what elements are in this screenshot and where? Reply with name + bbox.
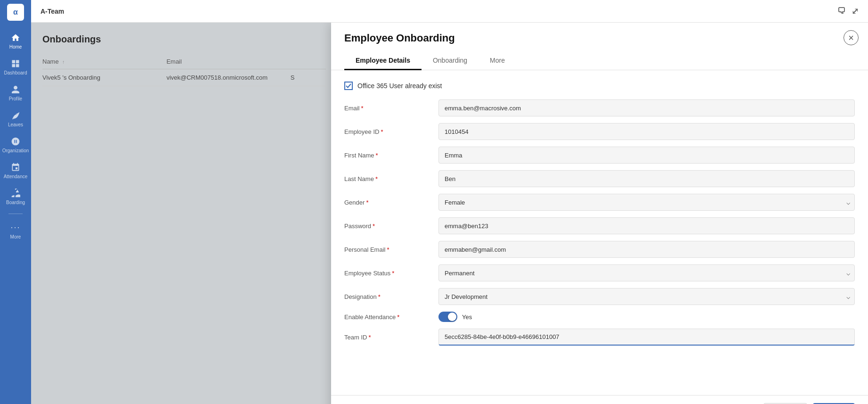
office365-checkbox[interactable]	[344, 82, 353, 90]
label-enable-attendance: Enable Attendance*	[344, 313, 438, 321]
sidebar-item-profile-label: Profile	[9, 96, 22, 101]
sidebar-item-organization[interactable]: Organization	[0, 132, 31, 158]
first-name-input[interactable]	[438, 147, 855, 164]
modal-body: Office 365 User already exist Email* Emp…	[331, 70, 868, 395]
label-personal-email: Personal Email*	[344, 246, 438, 253]
sidebar-item-more[interactable]: ··· More	[0, 218, 31, 244]
modal-tabs: Employee Details Onboarding More	[344, 52, 855, 70]
label-employee-status: Employee Status*	[344, 270, 438, 277]
sidebar-item-organization-label: Organization	[2, 148, 29, 153]
employee-onboarding-modal: Employee Onboarding × Employee Details O…	[331, 23, 868, 404]
modal-header: Employee Onboarding × Employee Details O…	[331, 23, 868, 70]
sidebar-item-leaves-label: Leaves	[8, 122, 23, 127]
sidebar-item-profile[interactable]: Profile	[0, 80, 31, 106]
topbar-actions: 🗨 ⤢	[837, 6, 859, 16]
form-row-designation: Designation* Jr Development Sr Developme…	[344, 288, 855, 305]
sidebar-item-attendance-label: Attendance	[4, 174, 28, 179]
form-row-password: Password*	[344, 217, 855, 234]
gender-select-wrapper: Female Male Other ⌵	[438, 194, 855, 211]
form-row-employee-id: Employee ID*	[344, 123, 855, 140]
form-row-first-name: First Name*	[344, 147, 855, 164]
tab-onboarding[interactable]: Onboarding	[422, 52, 479, 70]
sidebar-item-dashboard[interactable]: Dashboard	[0, 54, 31, 80]
designation-select-wrapper: Jr Development Sr Development Manager ⌵	[438, 288, 855, 305]
modal-close-button[interactable]: ×	[844, 30, 859, 45]
sidebar-item-attendance[interactable]: Attendance	[0, 158, 31, 184]
attendance-toggle-text: Yes	[462, 313, 472, 321]
password-input[interactable]	[438, 217, 855, 234]
sidebar-item-boarding[interactable]: Boarding	[0, 184, 31, 210]
label-email: Email*	[344, 105, 438, 112]
page-area: Onboardings Name ↑ Email Vivek5 's Onboa…	[31, 23, 868, 404]
employee-status-select[interactable]: Permanent Contract Intern	[438, 264, 855, 281]
sidebar-item-boarding-label: Boarding	[6, 200, 25, 205]
label-designation: Designation*	[344, 293, 438, 300]
form-row-personal-email: Personal Email*	[344, 241, 855, 258]
sidebar-item-home[interactable]: Home	[0, 28, 31, 54]
app-title: A-Team	[41, 8, 64, 15]
employee-id-input[interactable]	[438, 123, 855, 140]
label-last-name: Last Name*	[344, 175, 438, 182]
required-star: *	[361, 105, 364, 112]
attendance-toggle[interactable]	[438, 312, 457, 322]
toggle-knob	[448, 313, 456, 321]
modal-footer: Cancel Save	[331, 395, 868, 404]
label-employee-id: Employee ID*	[344, 128, 438, 135]
chat-icon[interactable]: 🗨	[837, 6, 846, 16]
label-team-id: Team ID*	[344, 334, 438, 341]
sidebar: α Home Dashboard Profile Leaves Organiza…	[0, 0, 31, 404]
last-name-input[interactable]	[438, 170, 855, 187]
sidebar-item-leaves[interactable]: Leaves	[0, 106, 31, 132]
form-row-email: Email*	[344, 99, 855, 116]
email-input[interactable]	[438, 99, 855, 116]
app-logo: α	[7, 4, 24, 21]
modal-overlay: Employee Onboarding × Employee Details O…	[31, 23, 868, 404]
modal-title: Employee Onboarding	[344, 32, 855, 44]
topbar: A-Team 🗨 ⤢	[31, 0, 868, 23]
team-id-input[interactable]	[438, 329, 855, 346]
designation-select[interactable]: Jr Development Sr Development Manager	[438, 288, 855, 305]
gender-select[interactable]: Female Male Other	[438, 194, 855, 211]
sidebar-divider	[8, 214, 23, 214]
form-row-enable-attendance: Enable Attendance* Yes	[344, 312, 855, 322]
tab-employee-details[interactable]: Employee Details	[344, 52, 422, 70]
tab-more[interactable]: More	[479, 52, 516, 70]
personal-email-input[interactable]	[438, 241, 855, 258]
attendance-toggle-wrapper: Yes	[438, 312, 472, 322]
label-gender: Gender*	[344, 199, 438, 206]
label-first-name: First Name*	[344, 152, 438, 159]
sidebar-item-home-label: Home	[9, 44, 22, 49]
form-row-employee-status: Employee Status* Permanent Contract Inte…	[344, 264, 855, 281]
form-row-team-id: Team ID*	[344, 329, 855, 346]
office365-checkbox-label: Office 365 User already exist	[357, 82, 442, 90]
label-password: Password*	[344, 223, 438, 230]
main-content: A-Team 🗨 ⤢ Onboardings Name ↑ Email Vive…	[31, 0, 868, 404]
sidebar-item-more-label: More	[10, 234, 21, 239]
expand-icon[interactable]: ⤢	[852, 6, 859, 16]
form-row-last-name: Last Name*	[344, 170, 855, 187]
employee-status-select-wrapper: Permanent Contract Intern ⌵	[438, 264, 855, 281]
office365-checkbox-row: Office 365 User already exist	[344, 82, 855, 90]
form-row-gender: Gender* Female Male Other ⌵	[344, 194, 855, 211]
sidebar-item-dashboard-label: Dashboard	[4, 70, 27, 75]
